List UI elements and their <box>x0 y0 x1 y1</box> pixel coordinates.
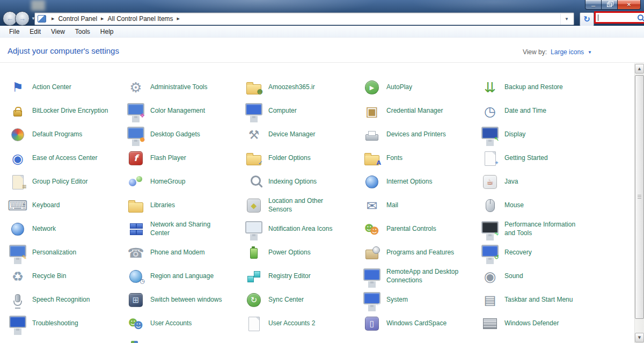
item-network[interactable]: Network <box>9 217 127 241</box>
item-computer[interactable]: Computer <box>245 99 363 123</box>
item-label: Group Policy Editor <box>32 178 87 186</box>
scroll-up-button[interactable]: ▲ <box>635 64 644 74</box>
close-button[interactable]: ✕ <box>617 0 641 10</box>
item-label: Location and Other Sensors <box>268 197 345 214</box>
scroll-down-button[interactable]: ▼ <box>635 333 644 342</box>
item-internet-options[interactable]: Internet Options <box>363 170 481 194</box>
item-registry-editor[interactable]: Registry Editor <box>245 265 363 288</box>
menu-help[interactable]: Help <box>96 28 119 35</box>
item-performance-information-and-tools[interactable]: ∿Performance Information and Tools <box>481 217 635 241</box>
bitlocker-icon <box>9 102 27 120</box>
switch-between-windows-icon: ⊞ <box>127 291 145 309</box>
item-devices-and-printers[interactable]: Devices and Printers <box>363 123 481 147</box>
item-mouse[interactable]: Mouse <box>481 194 635 217</box>
item-remoteapp-and-desktop-connections[interactable]: RemoteApp and Desktop Connections <box>363 265 481 288</box>
sync-center-icon: ↻ <box>245 291 263 309</box>
address-dropdown-button[interactable]: ▼ <box>560 13 573 25</box>
minimize-button[interactable]: ─ <box>585 0 602 10</box>
item-backup-and-restore[interactable]: ⇊Backup and Restore <box>481 76 635 99</box>
item-power-options[interactable]: Power Options <box>245 241 363 265</box>
item-default-programs[interactable]: Default Programs <box>9 123 127 147</box>
item-network-and-sharing-center[interactable]: Network and Sharing Center <box>127 217 245 241</box>
item-bitlocker-drive-encryption[interactable]: BitLocker Drive Encryption <box>9 99 127 123</box>
item-keyboard[interactable]: ⌨Keyboard <box>9 194 127 217</box>
item-personalization[interactable]: ✎Personalization <box>9 241 127 265</box>
device-manager-icon: ⚒ <box>245 126 263 144</box>
refresh-button[interactable]: ↻ <box>580 12 594 26</box>
item-display[interactable]: ↖Display <box>481 123 635 147</box>
restore-icon <box>607 3 612 7</box>
item-libraries[interactable]: Libraries <box>127 194 245 217</box>
item-sync-center[interactable]: ↻Sync Center <box>245 288 363 312</box>
title-bar: ─ ✕ ← → ▼ ▶Control Panel▶All Control Pan… <box>0 0 644 26</box>
vertical-scrollbar[interactable]: ▲ ▼ <box>634 63 644 343</box>
breadcrumb-control-panel[interactable]: Control Panel <box>58 15 97 23</box>
item-ease-of-access-center[interactable]: ◉Ease of Access Center <box>9 147 127 170</box>
menu-edit[interactable]: Edit <box>25 28 46 35</box>
item-homegroup[interactable]: HomeGroup <box>127 170 245 194</box>
item-label: HomeGroup <box>150 178 185 186</box>
search-box[interactable] <box>594 11 644 24</box>
item-label: Credential Manager <box>386 107 443 115</box>
forward-button[interactable]: → <box>15 11 30 26</box>
item-group-policy-editor[interactable]: ≡Group Policy Editor <box>9 170 127 194</box>
windows-defender-icon <box>481 315 499 333</box>
view-by-dropdown-icon[interactable]: ▼ <box>588 50 592 55</box>
item-location-and-other-sensors[interactable]: ◆Location and Other Sensors <box>245 194 363 217</box>
menu-view[interactable]: View <box>46 28 70 35</box>
item-taskbar-and-start-menu[interactable]: ▤Taskbar and Start Menu <box>481 288 635 312</box>
item-region-and-language[interactable]: ◷Region and Language <box>127 265 245 288</box>
item-desktop-gadgets[interactable]: ●Desktop Gadgets <box>127 123 245 147</box>
item-autoplay[interactable]: ▶AutoPlay <box>363 76 481 99</box>
item-sound[interactable]: ◉Sound <box>481 265 635 288</box>
menu-file[interactable]: File <box>4 28 25 35</box>
scrollbar-thumb[interactable] <box>635 75 644 319</box>
item-label: Devices and Printers <box>386 130 446 139</box>
item-troubleshooting[interactable]: Troubleshooting <box>9 312 127 335</box>
item-mail[interactable]: ✉Mail <box>363 194 481 217</box>
item-folder-options[interactable]: ✓Folder Options <box>245 147 363 170</box>
item-system[interactable]: ✓System <box>363 288 481 312</box>
item-parental-controls[interactable]: ☻☻Parental Controls <box>363 217 481 241</box>
item-user-accounts-2[interactable]: User Accounts 2 <box>245 312 363 335</box>
item-label: Speech Recognition <box>32 296 90 304</box>
item-indexing-options[interactable]: Indexing Options <box>245 170 363 194</box>
item-windows-defender[interactable]: Windows Defender <box>481 312 635 335</box>
item-java[interactable]: ☕Java <box>481 170 635 194</box>
minimize-icon: ─ <box>591 4 595 9</box>
item-date-and-time[interactable]: ◷Date and Time <box>481 99 635 123</box>
breadcrumb-all-control-panel-items[interactable]: All Control Panel Items <box>108 15 173 23</box>
item-label: Taskbar and Start Menu <box>504 296 573 304</box>
getting-started-icon: ✦ <box>481 149 499 167</box>
item-switch-between-windows[interactable]: ⊞Switch between windows <box>127 288 245 312</box>
item-getting-started[interactable]: ✦Getting Started <box>481 147 635 170</box>
item-label: Programs and Features <box>386 249 454 257</box>
item-label: Windows Defender <box>504 319 559 328</box>
address-bar[interactable]: ▶Control Panel▶All Control Panel Items▶ … <box>34 12 574 25</box>
item-phone-and-modem[interactable]: ☎Phone and Modem <box>127 241 245 265</box>
item-label: Switch between windows <box>150 296 222 304</box>
item-fonts[interactable]: AFonts <box>363 147 481 170</box>
item-programs-and-features[interactable]: Programs and Features <box>363 241 481 265</box>
item-device-manager[interactable]: ⚒Device Manager <box>245 123 363 147</box>
item-administrative-tools[interactable]: ⚙Administrative Tools <box>127 76 245 99</box>
search-input[interactable] <box>598 14 636 21</box>
item-action-center[interactable]: ⚑Action Center <box>9 76 127 99</box>
date-and-time-icon: ◷ <box>481 102 499 120</box>
item-amoozesh365-ir[interactable]: ☻Amoozesh365.ir <box>245 76 363 99</box>
system-icon: ✓ <box>363 291 381 309</box>
item-notification-area-icons[interactable]: Notification Area Icons <box>245 217 363 241</box>
item-recovery[interactable]: ↺Recovery <box>481 241 635 265</box>
item-recycle-bin[interactable]: ♻Recycle Bin <box>9 265 127 288</box>
item-label: Sound <box>504 272 523 281</box>
menu-tools[interactable]: Tools <box>70 28 96 35</box>
item-windows-cardspace[interactable]: ▯Windows CardSpace <box>363 312 481 335</box>
item-flash-player[interactable]: fFlash Player <box>127 147 245 170</box>
item-credential-manager[interactable]: ▣Credential Manager <box>363 99 481 123</box>
item-color-management[interactable]: ❖Color Management <box>127 99 245 123</box>
view-by-value[interactable]: Large icons <box>551 48 584 56</box>
item-user-accounts[interactable]: ☻☻User Accounts <box>127 312 245 335</box>
restore-button[interactable] <box>602 0 617 10</box>
item-speech-recognition[interactable]: Speech Recognition <box>9 288 127 312</box>
item-label: BitLocker Drive Encryption <box>32 107 108 115</box>
